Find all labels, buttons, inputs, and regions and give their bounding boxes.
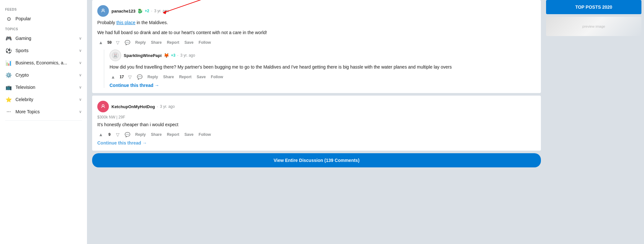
sidebar-more-topics-label: More Topics — [15, 109, 79, 114]
sidebar-business-label: Business, Economics, a... — [15, 60, 79, 65]
sidebar-item-more-topics[interactable]: ··· More Topics ∨ — [0, 106, 87, 118]
upvote-button-1[interactable]: ▲ — [97, 39, 104, 46]
top-posts-image-placeholder: preview image — [582, 24, 605, 28]
chevron-down-icon: ∨ — [79, 109, 82, 114]
television-icon: 📺 — [5, 84, 12, 91]
comment-body-reply1: How did you find travelling there? My pa… — [110, 64, 536, 70]
crypto-icon: ⚙️ — [5, 71, 12, 79]
this-place-link[interactable]: this place — [116, 20, 135, 25]
sidebar-crypto-label: Crypto — [15, 72, 79, 78]
right-sidebar: TOP POSTS 2020 preview image — [543, 0, 644, 244]
comment-header-2: KetchupOnMyHotDog · 3 yr. ago — [97, 101, 536, 112]
sidebar-celebrity-label: Celebrity — [15, 97, 79, 102]
sidebar-item-business[interactable]: 📊 Business, Economics, a... ∨ — [0, 57, 87, 69]
continue-thread-reply1[interactable]: Continue this thread → — [110, 83, 159, 88]
share-button-1[interactable]: Share — [150, 40, 163, 45]
downvote-button-2[interactable]: ▽ — [115, 131, 121, 138]
left-sidebar: FEEDS ⊙ Popular TOPICS 🎮 Gaming ∨ ⚽ Spor… — [0, 0, 87, 244]
comment-body-2: It's honestly cheaper than i would expec… — [97, 121, 536, 128]
time-ago-reply1: 3 yr. ago — [180, 53, 195, 58]
badge-sparklingwinepapi: 🦊 — [164, 53, 169, 58]
celebrity-icon: ⭐ — [5, 96, 12, 103]
sub-info-ketchup: $300k NW | 29F — [97, 115, 536, 119]
username-ketchup: KetchupOnMyHotDog — [111, 104, 155, 109]
chevron-down-icon: ∨ — [79, 85, 82, 89]
avatar-panache123 — [97, 5, 109, 17]
feeds-section-label: FEEDS — [0, 5, 87, 13]
feed-area: panache123 🐉 +2 · 3 yr. ago Probably thi… — [90, 0, 543, 244]
comment-meta-reply1: SparklingWinePapi 🦊 +3 · 3 yr. ago — [124, 53, 195, 58]
sidebar-item-label: Popular — [15, 16, 82, 21]
sidebar-item-crypto[interactable]: ⚙️ Crypto ∨ — [0, 69, 87, 81]
continue-thread-label-2: Continue this thread → — [97, 140, 147, 145]
top-posts-image: preview image — [546, 17, 641, 36]
comment-card-1: panache123 🐉 +2 · 3 yr. ago Probably thi… — [92, 0, 541, 93]
follow-button-reply1[interactable]: Follow — [210, 74, 225, 80]
chevron-down-icon: ∨ — [79, 73, 82, 77]
downvote-button-1[interactable]: ▽ — [115, 39, 121, 46]
comment-body-1-extra: We had full board so drank and ate to ou… — [97, 29, 536, 36]
save-button-1[interactable]: Save — [183, 40, 195, 45]
continue-thread-label: Continue this thread → — [110, 83, 159, 88]
chevron-down-icon: ∨ — [79, 97, 82, 102]
view-discussion-button[interactable]: View Entire Discussion (139 Comments) — [92, 153, 541, 167]
sidebar-gap — [87, 0, 90, 244]
comment-meta-2: KetchupOnMyHotDog · 3 yr. ago — [111, 104, 175, 109]
popular-icon: ⊙ — [5, 15, 12, 22]
nested-comment-1: 🐰 SparklingWinePapi 🦊 +3 · 3 yr. ago How… — [104, 50, 536, 88]
chevron-down-icon: ∨ — [79, 61, 82, 65]
sidebar-sports-label: Sports — [15, 48, 79, 53]
badge-panache123: 🐉 — [137, 8, 143, 14]
topics-section-label: TOPICS — [0, 25, 87, 32]
top-posts-button[interactable]: TOP POSTS 2020 — [546, 0, 641, 14]
sports-icon: ⚽ — [5, 47, 12, 54]
report-button-reply1[interactable]: Report — [178, 74, 193, 80]
comment-body-1: Probably this place in the Maldives. — [97, 19, 536, 26]
time-ago-1: 3 yr. ago — [154, 9, 169, 13]
business-icon: 📊 — [5, 59, 12, 66]
save-button-2[interactable]: Save — [183, 132, 195, 137]
downvote-button-reply1[interactable]: ▽ — [127, 74, 133, 80]
report-button-2[interactable]: Report — [166, 132, 181, 137]
comment-actions-2: ▲ 9 ▽ 💬 Reply Share Report Save Follow — [97, 131, 536, 138]
sidebar-item-television[interactable]: 📺 Television ∨ — [0, 81, 87, 93]
chevron-down-icon: ∨ — [79, 48, 82, 53]
comment-icon-2[interactable]: 💬 — [123, 131, 131, 138]
username-sparklingwinepapi: SparklingWinePapi — [124, 53, 162, 58]
follow-button-2[interactable]: Follow — [197, 132, 212, 137]
comment-icon-reply1[interactable]: 💬 — [136, 74, 144, 80]
comment-card-2: KetchupOnMyHotDog · 3 yr. ago $300k NW |… — [92, 96, 541, 151]
save-button-reply1[interactable]: Save — [196, 74, 207, 80]
sidebar-item-celebrity[interactable]: ⭐ Celebrity ∨ — [0, 93, 87, 106]
avatar-sparklingwinepapi: 🐰 — [110, 50, 121, 61]
karma-delta-reply1: +3 — [171, 53, 176, 58]
dot-separator: · — [151, 9, 152, 13]
avatar-ketchuponmyhotdog — [97, 101, 109, 112]
dot-separator-2: · — [157, 104, 158, 109]
upvote-button-reply1[interactable]: ▲ — [110, 74, 117, 80]
sidebar-item-gaming[interactable]: 🎮 Gaming ∨ — [0, 32, 87, 44]
comment-icon-1[interactable]: 💬 — [123, 39, 131, 46]
more-topics-icon: ··· — [5, 108, 12, 115]
sidebar-gaming-label: Gaming — [15, 36, 79, 41]
username-panache123: panache123 — [111, 9, 135, 14]
vote-count-2: 9 — [107, 132, 112, 137]
sidebar-item-sports[interactable]: ⚽ Sports ∨ — [0, 44, 87, 57]
share-button-2[interactable]: Share — [150, 132, 163, 137]
upvote-button-2[interactable]: ▲ — [97, 131, 104, 138]
reply-button-2[interactable]: Reply — [134, 132, 147, 137]
reply-button-reply1[interactable]: Reply — [146, 74, 159, 80]
chevron-down-icon: ∨ — [79, 36, 82, 41]
comment-header-1: panache123 🐉 +2 · 3 yr. ago — [97, 5, 536, 17]
report-button-1[interactable]: Report — [166, 40, 181, 45]
follow-button-1[interactable]: Follow — [197, 40, 212, 45]
sidebar-divider — [5, 120, 82, 121]
comment-actions-1: ▲ 59 ▽ 💬 Reply Share Report Save Follow — [97, 39, 536, 46]
share-button-reply1[interactable]: Share — [162, 74, 175, 80]
comment-actions-reply1: ▲ 17 ▽ 💬 Reply Share Report Save Follow — [110, 74, 536, 80]
reply-button-1[interactable]: Reply — [134, 40, 147, 45]
continue-thread-2[interactable]: Continue this thread → — [97, 140, 147, 145]
sidebar-item-popular[interactable]: ⊙ Popular — [0, 13, 87, 25]
sidebar-television-label: Television — [15, 85, 79, 90]
vote-count-1: 59 — [107, 40, 112, 45]
